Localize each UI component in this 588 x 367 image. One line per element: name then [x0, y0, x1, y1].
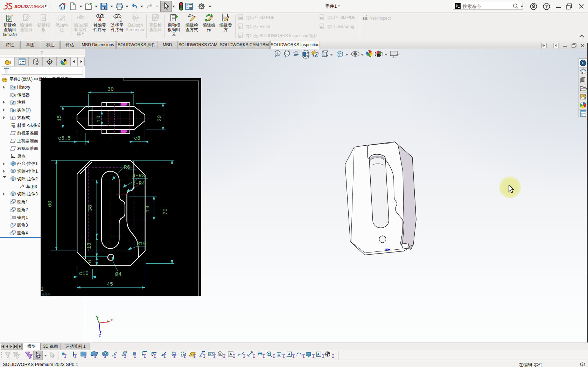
svg-text:0.3: 0.3 — [209, 353, 214, 356]
svg-text:c10: c10 — [79, 271, 89, 277]
svg-text:15: 15 — [57, 115, 63, 122]
svg-text:R6: R6 — [124, 165, 130, 171]
svg-text:诺命令: 诺命令 — [42, 293, 50, 296]
svg-text:S: S — [239, 36, 241, 38]
svg-text:60: 60 — [47, 201, 53, 207]
svg-text:R10: R10 — [137, 241, 146, 247]
svg-text:20: 20 — [157, 115, 163, 122]
svg-text:1: 1 — [41, 286, 43, 292]
svg-text:2-R4: 2-R4 — [132, 181, 145, 187]
svg-text:?: ? — [545, 4, 548, 9]
svg-text:13: 13 — [86, 243, 92, 249]
svg-text:Σ: Σ — [12, 116, 14, 120]
svg-text:45: 45 — [107, 282, 113, 288]
svg-text:c5.5: c5.5 — [58, 136, 71, 141]
svg-text:z: z — [99, 333, 101, 337]
svg-text:A: A — [315, 54, 318, 58]
svg-text:1: 1 — [115, 15, 117, 18]
svg-text:e: e — [321, 26, 322, 29]
svg-text:N: N — [219, 353, 221, 355]
svg-text:3: 3 — [136, 16, 138, 19]
svg-text:1: 1 — [79, 16, 80, 19]
svg-text:c8: c8 — [134, 136, 140, 141]
svg-text:18: 18 — [145, 206, 151, 212]
svg-text:1: 1 — [98, 15, 99, 18]
svg-text:30: 30 — [107, 86, 114, 92]
svg-text:38: 38 — [88, 205, 93, 211]
svg-text:1: 1 — [102, 15, 104, 18]
svg-text:1: 1 — [82, 16, 84, 19]
svg-text:4-R3: 4-R3 — [132, 173, 145, 179]
svg-text:A: A — [229, 352, 232, 356]
svg-text:PDF: PDF — [320, 18, 323, 20]
svg-text:Ø4: Ø4 — [115, 271, 121, 277]
svg-text:70: 70 — [163, 208, 169, 215]
svg-text:1: 1 — [80, 16, 82, 18]
svg-text:1: 1 — [133, 17, 135, 19]
svg-text:x: x — [111, 318, 113, 322]
svg-text:A: A — [12, 101, 14, 105]
svg-text:WORKS: WORKS — [27, 4, 44, 9]
svg-text:6: 6 — [87, 260, 93, 263]
svg-text:A: A — [288, 352, 290, 356]
svg-text:X: X — [239, 26, 240, 28]
svg-text:PDF: PDF — [239, 17, 243, 19]
svg-text:SOLID: SOLID — [14, 4, 28, 9]
svg-text:10: 10 — [96, 116, 102, 122]
svg-text:A: A — [317, 352, 320, 356]
